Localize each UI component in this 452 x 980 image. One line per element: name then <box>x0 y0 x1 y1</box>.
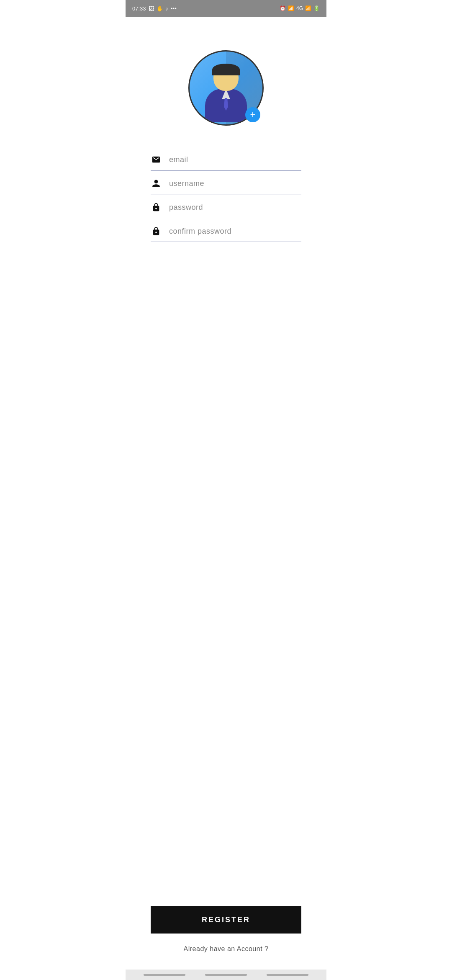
status-right: ⏰ 📶 4G 📶 🔋 <box>280 5 320 11</box>
form-section <box>151 147 301 242</box>
battery-icon: 🔋 <box>313 5 320 11</box>
signal2-icon: 📶 <box>305 5 311 11</box>
email-input[interactable] <box>169 155 301 164</box>
image-icon: 🖼 <box>149 5 154 12</box>
person-icon <box>151 179 162 188</box>
status-left: 07:33 🖼 ✋ ♪ ••• <box>132 5 177 12</box>
status-bar: 07:33 🖼 ✋ ♪ ••• ⏰ 📶 4G 📶 🔋 <box>126 0 326 17</box>
alarm-icon: ⏰ <box>280 5 286 11</box>
lock-icon <box>151 203 162 212</box>
email-icon <box>151 155 162 164</box>
bottom-nav <box>126 970 326 980</box>
password-input[interactable] <box>169 203 301 212</box>
music-icon: ♪ <box>166 5 169 12</box>
username-field-container <box>151 170 301 194</box>
hand-icon: ✋ <box>157 5 163 12</box>
username-input[interactable] <box>169 179 301 188</box>
avatar-add-button[interactable]: + <box>245 107 260 122</box>
nav-pill-right <box>267 974 308 976</box>
more-icon: ••• <box>171 5 177 12</box>
confirm-password-input[interactable] <box>169 227 301 236</box>
password-field-container <box>151 194 301 218</box>
status-time: 07:33 <box>132 5 146 12</box>
avatar-hair <box>212 64 240 75</box>
avatar-tie <box>224 98 228 111</box>
already-account-text[interactable]: Already have an Account ? <box>151 945 301 961</box>
register-button[interactable]: REGISTER <box>151 906 301 934</box>
avatar-body <box>205 89 247 122</box>
confirm-lock-icon <box>151 227 162 236</box>
register-section: REGISTER Already have an Account ? <box>151 894 301 970</box>
avatar-section: + <box>188 50 264 126</box>
4g-label: 4G <box>296 5 303 11</box>
confirm-password-field-container <box>151 218 301 242</box>
nav-pill-center <box>205 974 247 976</box>
nav-pill-left <box>144 974 185 976</box>
main-content: + <box>126 17 326 970</box>
email-field-container <box>151 147 301 170</box>
avatar-head <box>213 64 239 91</box>
signal-icon: 📶 <box>288 5 294 11</box>
